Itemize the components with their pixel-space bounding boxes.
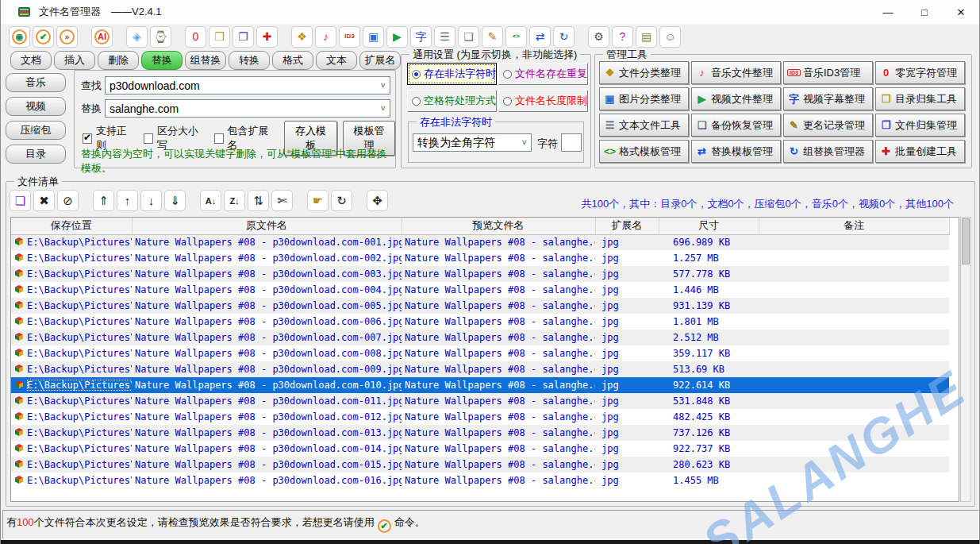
col-extension[interactable]: 扩展名 [595,218,659,234]
image-classify-icon[interactable]: ▣ [363,26,384,48]
ai-icon[interactable]: AI [91,26,113,48]
about-balloon-icon[interactable]: ☺ [659,26,681,48]
radio-duplicate-names[interactable]: 文件名存在重复 [498,63,588,85]
table-row[interactable]: E:\Backup\Pictures\壁纸Nature Wallpapers #… [11,361,949,377]
chevron-down-icon[interactable]: ˅ [381,103,386,113]
table-row[interactable]: E:\Backup\Pictures\壁纸Nature Wallpapers #… [11,282,949,298]
chevron-down-icon[interactable]: ˅ [381,80,386,90]
shuffle-icon[interactable]: ✄ [271,190,293,211]
refresh-icon[interactable]: ↻ [331,190,352,211]
sort-za-icon[interactable]: Z↓ [224,190,245,211]
tab-extension[interactable]: 扩展名 [359,51,401,70]
copy-list-icon[interactable]: ❏ [10,190,31,211]
music-id3-icon[interactable]: ID3 [339,26,360,48]
run-arrows-icon[interactable]: » [56,26,78,48]
table-row[interactable]: E:\Backup\Pictures\壁纸Nature Wallpapers #… [11,409,949,425]
tab-delete[interactable]: 删除 [98,51,139,70]
tool-text-file-button[interactable]: ☰文本文件工具 [599,114,689,137]
side-tab-video[interactable]: 视频 [6,97,66,116]
pattern-icon[interactable]: ◈ [126,26,148,48]
col-original-name[interactable]: 原文件名 [132,218,402,234]
table-row[interactable]: E:\Backup\Pictures\壁纸Nature Wallpapers #… [11,473,949,488]
file-collect-icon[interactable]: ❐ [233,26,254,48]
extension-checkbox[interactable] [214,133,224,144]
table-row[interactable]: E:\Backup\Pictures\壁纸Nature Wallpapers #… [11,250,949,266]
table-row[interactable]: E:\Backup\Pictures\壁纸Nature Wallpapers #… [11,314,949,330]
video-organize-icon[interactable]: ▶ [386,26,408,48]
delete-item-icon[interactable]: ✖ [33,190,55,211]
tool-video-organize-button[interactable]: ▶视频文件整理 [691,87,781,110]
folder-classify-icon[interactable]: ❖ [291,26,313,48]
tool-rename-log-button[interactable]: ✎更名记录管理 [783,114,873,137]
text-files-icon[interactable]: ☰ [434,26,455,48]
tab-convert[interactable]: 转换 [229,51,270,70]
tool-subtitle-organize-button[interactable]: 字视频字幕整理 [783,87,873,110]
tool-replace-template-button[interactable]: ⇄替换模板管理 [691,140,781,163]
table-row[interactable]: E:\Backup\Pictures\壁纸Nature Wallpapers #… [11,441,949,457]
subtitle-organize-icon[interactable]: 字 [410,26,432,48]
zero-width-icon[interactable]: 0 [185,26,206,48]
tab-text[interactable]: 文本 [316,51,357,70]
col-size[interactable]: 尺寸 [659,218,759,234]
rename-log-icon[interactable]: ✎ [482,26,503,48]
table-scrollbar[interactable] [960,217,971,502]
move-up-icon[interactable]: ↑ [117,190,138,211]
tab-insert[interactable]: 插入 [54,51,95,70]
table-row[interactable]: E:\Backup\Pictures\壁纸Nature Wallpapers #… [11,393,949,409]
table-row[interactable]: E:\Backup\Pictures\壁纸Nature Wallpapers #… [11,330,949,345]
radio-space-handling[interactable]: 空格符处理方式 [407,90,497,112]
side-tab-directory[interactable]: 目录 [6,145,66,164]
reverse-order-icon[interactable]: ⇅ [248,190,269,211]
table-row[interactable]: E:\Backup\Pictures\壁纸Nature Wallpapers #… [11,425,949,441]
move-bottom-icon[interactable]: ⇓ [164,190,186,211]
preview-eye-icon[interactable]: ◉ [9,26,30,48]
scrollbar-thumb[interactable] [962,218,970,264]
table-row[interactable]: E:\Backup\Pictures\壁纸Nature Wallpapers #… [11,266,949,282]
col-save-location[interactable]: 保存位置 [11,218,132,234]
table-row-selected[interactable]: E:\Backup\Pictures\壁纸Nature Wallpapers #… [11,377,949,393]
batch-create-icon[interactable]: ✚ [256,26,278,48]
tab-group-replace[interactable]: 组替换 [185,51,226,70]
tool-file-collect-button[interactable]: ❐文件归集管理 [875,114,965,137]
backup-restore-icon[interactable]: ❏ [458,26,479,48]
find-input[interactable]: ˅ [105,76,390,95]
radio-illegal-chars[interactable]: 存在非法字符时 [407,63,497,85]
case-checkbox[interactable] [144,133,153,144]
illegal-action-select[interactable]: ˅ [413,133,532,152]
regex-checkbox[interactable] [83,133,92,144]
help-book-icon[interactable]: ? [612,26,633,48]
table-row[interactable]: E:\Backup\Pictures\壁纸Nature Wallpapers #… [11,345,949,361]
tool-zero-width-button[interactable]: 0零宽字符管理 [875,61,965,84]
side-tab-music[interactable]: 音乐 [6,73,66,92]
tool-music-organize-button[interactable]: ♪音乐文件整理 [691,61,781,84]
tool-group-replace-button[interactable]: ↻组替换管理器 [783,140,873,163]
table-row[interactable]: E:\Backup\Pictures\壁纸Nature Wallpapers #… [11,234,949,250]
side-tab-archive[interactable]: 压缩包 [6,121,66,140]
clear-list-icon[interactable]: ⊘ [57,190,79,211]
replace-template-icon[interactable]: ⇄ [529,26,551,48]
table-row[interactable]: E:\Backup\Pictures\壁纸Nature Wallpapers #… [11,298,949,314]
tool-backup-restore-button[interactable]: ❏备份恢复管理 [691,114,781,137]
close-button[interactable]: ✕ [943,0,979,24]
char-input[interactable] [561,133,582,152]
move-top-icon[interactable]: ⇑ [93,190,114,211]
tool-file-classify-button[interactable]: ❖文件分类整理 [599,61,689,84]
move-down-icon[interactable]: ↓ [140,190,162,211]
music-organize-icon[interactable]: ♪ [315,26,336,48]
col-note[interactable]: 备注 [759,218,949,234]
distribute-icon[interactable]: ✥ [367,190,388,211]
tab-format[interactable]: 格式 [272,51,313,70]
chevron-down-icon[interactable]: ˅ [522,137,527,147]
col-preview-name[interactable]: 预览文件名 [402,218,595,234]
execute-check-icon[interactable]: ✔ [33,26,54,48]
tool-batch-create-button[interactable]: ✚批量创建工具 [875,140,965,163]
tool-image-classify-button[interactable]: ▣图片分类整理 [599,87,689,110]
tool-music-id3-button[interactable]: ID3音乐ID3管理 [783,61,873,84]
sort-az-icon[interactable]: A↓ [200,190,221,211]
format-template-icon[interactable]: <> [505,26,527,48]
group-replace-icon[interactable]: ↻ [553,26,575,48]
tab-replace[interactable]: 替换 [141,51,183,70]
dir-collect-icon[interactable]: ❒ [209,26,230,48]
save-backup-icon[interactable]: ⌚ [150,26,171,48]
replace-input[interactable]: ˅ [105,99,390,118]
